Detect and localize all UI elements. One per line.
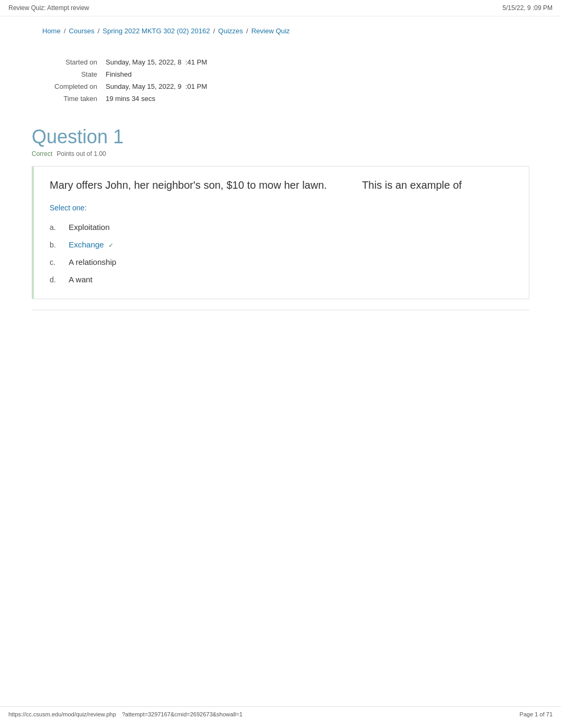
page-number: Page 1 of 71 — [520, 711, 553, 717]
correct-label: Correct — [32, 150, 52, 158]
time-taken-label: Time taken — [42, 93, 106, 105]
page-header: Review Quiz: Attempt review 5/15/22, 9 :… — [0, 0, 561, 16]
attempt-row-started: Started on Sunday, May 15, 2022, 8 :41 P… — [42, 56, 207, 68]
question-text: Mary offers John, her neighbor's son, $1… — [50, 177, 513, 193]
attempt-row-completed: Completed on Sunday, May 15, 2022, 9 :01… — [42, 80, 207, 93]
state-value: Finished — [106, 68, 207, 80]
footer-url: https://cc.csusm.edu/mod/quiz/review.php — [8, 711, 116, 717]
time-taken-value: 19 mins 34 secs — [106, 93, 207, 105]
breadcrumb-sep-1: / — [64, 27, 66, 35]
answer-letter-d: d. — [50, 275, 60, 284]
answer-text-a: Exploitation — [69, 223, 110, 232]
answer-letter-a: a. — [50, 223, 60, 232]
correct-marker-b: ✓ — [108, 242, 114, 249]
page-footer: https://cc.csusm.edu/mod/quiz/review.php… — [0, 706, 561, 717]
breadcrumb: Home / Courses / Spring 2022 MKTG 302 (0… — [0, 16, 561, 45]
footer-left: https://cc.csusm.edu/mod/quiz/review.php… — [8, 711, 242, 717]
header-timestamp: 5/15/22, 9 :09 PM — [502, 4, 553, 12]
answer-letter-c: c. — [50, 258, 60, 266]
section-divider — [32, 310, 529, 310]
question-box: Mary offers John, her neighbor's son, $1… — [32, 166, 529, 299]
answer-item-a: a. Exploitation — [50, 218, 513, 236]
attempt-info: Started on Sunday, May 15, 2022, 8 :41 P… — [0, 45, 561, 110]
answer-item-b: b. Exchange ✓ — [50, 236, 513, 253]
attempt-row-state: State Finished — [42, 68, 207, 80]
state-label: State — [42, 68, 106, 80]
breadcrumb-sep-4: / — [246, 27, 248, 35]
answer-text-d: A want — [69, 275, 92, 284]
page-title: Review Quiz: Attempt review — [8, 4, 89, 12]
breadcrumb-sep-3: / — [213, 27, 215, 35]
started-on-value: Sunday, May 15, 2022, 8 :41 PM — [106, 56, 207, 68]
breadcrumb-quizzes[interactable]: Quizzes — [218, 27, 243, 35]
attempt-table: Started on Sunday, May 15, 2022, 8 :41 P… — [42, 56, 207, 105]
select-one-label: Select one: — [50, 204, 513, 212]
breadcrumb-home[interactable]: Home — [42, 27, 61, 35]
breadcrumb-courses[interactable]: Courses — [69, 27, 94, 35]
question-section: Question 1 Correct Points out of 1.00 Ma… — [32, 126, 529, 299]
completed-on-label: Completed on — [42, 80, 106, 93]
completed-on-value: Sunday, May 15, 2022, 9 :01 PM — [106, 80, 207, 93]
answer-text-b: Exchange ✓ — [69, 240, 114, 249]
footer-params: ?attempt=3297167&cmid=2692673&showall=1 — [122, 711, 242, 717]
breadcrumb-review-quiz[interactable]: Review Quiz — [251, 27, 290, 35]
question-status: Correct Points out of 1.00 — [32, 150, 529, 158]
answer-item-c: c. A relationship — [50, 253, 513, 271]
points-label: Points out of 1.00 — [57, 150, 106, 158]
answer-item-d: d. A want — [50, 271, 513, 288]
breadcrumb-course[interactable]: Spring 2022 MKTG 302 (02) 20162 — [102, 27, 210, 35]
started-on-label: Started on — [42, 56, 106, 68]
question-title: Question 1 — [32, 126, 529, 148]
breadcrumb-sep-2: / — [98, 27, 100, 35]
answer-list: a. Exploitation b. Exchange ✓ c. A relat… — [50, 218, 513, 288]
answer-letter-b: b. — [50, 241, 60, 249]
attempt-row-time: Time taken 19 mins 34 secs — [42, 93, 207, 105]
answer-text-c: A relationship — [69, 257, 116, 266]
